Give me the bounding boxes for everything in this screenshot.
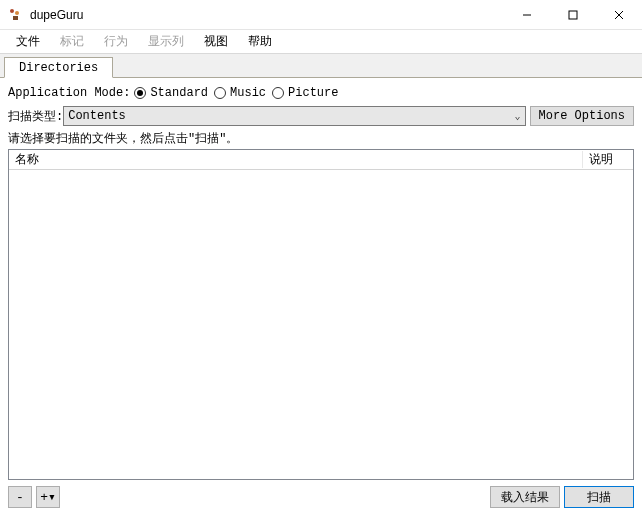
- scan-type-label: 扫描类型:: [8, 108, 63, 125]
- menu-help[interactable]: 帮助: [238, 30, 282, 53]
- footer: - +▾ 载入结果 扫描: [8, 480, 634, 508]
- menu-action: 行为: [94, 30, 138, 53]
- menu-file[interactable]: 文件: [6, 30, 50, 53]
- titlebar: dupeGuru: [0, 0, 642, 30]
- hint-text: 请选择要扫描的文件夹，然后点击"扫描"。: [8, 130, 634, 147]
- scan-type-value: Contents: [68, 109, 126, 123]
- radio-music-label: Music: [230, 86, 266, 100]
- menu-view[interactable]: 视图: [194, 30, 238, 53]
- svg-rect-2: [13, 16, 18, 20]
- app-mode-row: Application Mode: Standard Music Picture: [8, 86, 634, 100]
- list-body[interactable]: [9, 170, 633, 479]
- scan-type-combobox[interactable]: Contents ⌄: [63, 106, 525, 126]
- directory-list: 名称 说明: [8, 149, 634, 480]
- col-header-desc[interactable]: 说明: [583, 151, 633, 168]
- radio-icon: [134, 87, 146, 99]
- svg-rect-4: [569, 11, 577, 19]
- chevron-down-icon: ⌄: [515, 110, 521, 122]
- remove-folder-button[interactable]: -: [8, 486, 32, 508]
- svg-point-0: [10, 9, 14, 13]
- app-icon: [8, 7, 24, 23]
- radio-icon: [214, 87, 226, 99]
- menu-columns: 显示列: [138, 30, 194, 53]
- tab-directories[interactable]: Directories: [4, 57, 113, 78]
- menubar: 文件 标记 行为 显示列 视图 帮助: [0, 30, 642, 54]
- radio-picture[interactable]: Picture: [272, 86, 338, 100]
- menu-mark: 标记: [50, 30, 94, 53]
- list-header: 名称 说明: [9, 150, 633, 170]
- col-header-name[interactable]: 名称: [9, 151, 583, 168]
- radio-standard-label: Standard: [150, 86, 208, 100]
- radio-music[interactable]: Music: [214, 86, 266, 100]
- app-mode-radio-group: Standard Music Picture: [134, 86, 338, 100]
- scan-button[interactable]: 扫描: [564, 486, 634, 508]
- load-results-button[interactable]: 载入结果: [490, 486, 560, 508]
- content-area: Application Mode: Standard Music Picture…: [0, 78, 642, 512]
- close-button[interactable]: [596, 0, 642, 30]
- add-folder-button[interactable]: +▾: [36, 486, 60, 508]
- minimize-button[interactable]: [504, 0, 550, 30]
- window-title: dupeGuru: [30, 8, 83, 22]
- svg-point-1: [15, 11, 19, 15]
- app-mode-label: Application Mode:: [8, 86, 130, 100]
- radio-icon: [272, 87, 284, 99]
- tabbar: Directories: [0, 54, 642, 78]
- radio-picture-label: Picture: [288, 86, 338, 100]
- more-options-button[interactable]: More Options: [530, 106, 634, 126]
- radio-standard[interactable]: Standard: [134, 86, 208, 100]
- scan-type-row: 扫描类型: Contents ⌄ More Options: [8, 106, 634, 126]
- maximize-button[interactable]: [550, 0, 596, 30]
